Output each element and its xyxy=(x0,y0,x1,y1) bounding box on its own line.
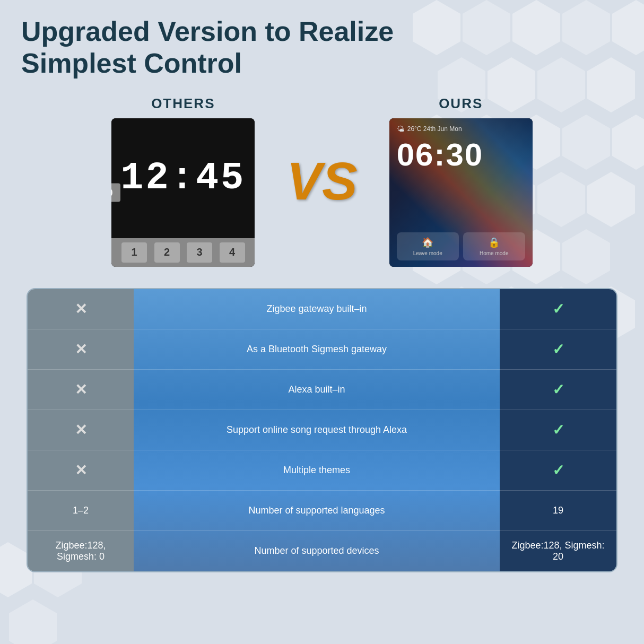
feature-cell-1: As a Bluetooth Sigmesh gateway xyxy=(134,329,500,370)
others-cell-1: ✕ xyxy=(28,329,134,370)
ours-cell-0: ✓ xyxy=(500,289,616,329)
leave-mode-label: Leave mode xyxy=(413,250,442,256)
page-content: Upgraded Version to Realize Simplest Con… xyxy=(0,0,644,644)
feature-cell-0: Zigbee gateway built–in xyxy=(134,289,500,329)
others-cell-2: ✕ xyxy=(28,370,134,410)
ours-cell-4: ✓ xyxy=(500,450,616,491)
check-icon: ✓ xyxy=(552,341,564,358)
weather-icon: 🌤 xyxy=(397,125,404,133)
ours-device: 🌤 26°C 24th Jun Mon 06:30 🏠 Leave mode 🔒… xyxy=(389,118,533,267)
col-ours-values: ✓✓✓✓✓19Zigbee:128, Sigmesh: 20 xyxy=(500,289,616,571)
others-device: $60 12:45 1 2 3 4 xyxy=(111,118,255,267)
cross-icon: ✕ xyxy=(75,341,87,358)
cross-icon: ✕ xyxy=(75,381,87,398)
others-cell-5: 1–2 xyxy=(28,491,134,531)
button-3: 3 xyxy=(187,242,212,263)
others-column: OTHERS $60 12:45 1 2 3 4 xyxy=(111,95,255,267)
others-cell-3: ✕ xyxy=(28,410,134,450)
ours-value-6: Zigbee:128, Sigmesh: 20 xyxy=(508,540,608,562)
feature-cell-5: Number of supported languages xyxy=(134,491,500,531)
home-mode-label: Home mode xyxy=(480,250,508,256)
ours-cell-5: 19 xyxy=(500,491,616,531)
others-screen: 12:45 xyxy=(111,118,255,238)
button-4: 4 xyxy=(220,242,245,263)
check-icon: ✓ xyxy=(552,421,564,439)
others-value-6: Zigbee:128, Sigmesh: 0 xyxy=(36,540,125,562)
col-others-values: ✕✕✕✕✕1–2Zigbee:128, Sigmesh: 0 xyxy=(28,289,134,571)
ours-column: OURS 🌤 26°C 24th Jun Mon 06:30 🏠 Leave m… xyxy=(389,95,533,267)
comparison-top: OTHERS $60 12:45 1 2 3 4 VS OURS xyxy=(21,95,623,267)
weather-text: 26°C 24th Jun Mon xyxy=(407,125,462,133)
ours-label: OURS xyxy=(439,95,483,112)
ours-cell-2: ✓ xyxy=(500,370,616,410)
others-cell-4: ✕ xyxy=(28,450,134,491)
col-features: Zigbee gateway built–inAs a Bluetooth Si… xyxy=(134,289,500,571)
ours-modes: 🏠 Leave mode 🔒 Home mode xyxy=(397,232,525,260)
button-1: 1 xyxy=(121,242,147,263)
feature-cell-4: Multiple themes xyxy=(134,450,500,491)
comparison-table: ✕✕✕✕✕1–2Zigbee:128, Sigmesh: 0 Zigbee ga… xyxy=(27,288,617,572)
feature-cell-6: Number of supported devices xyxy=(134,531,500,571)
home-mode-icon: 🔒 xyxy=(488,237,500,248)
price-tag: $60 xyxy=(111,183,120,202)
others-value-5: 1–2 xyxy=(73,505,89,516)
others-cell-0: ✕ xyxy=(28,289,134,329)
vs-text: VS xyxy=(286,154,357,207)
others-clock: 12:45 xyxy=(120,156,246,200)
ours-clock: 06:30 xyxy=(397,136,525,173)
ours-screen: 🌤 26°C 24th Jun Mon 06:30 🏠 Leave mode 🔒… xyxy=(389,118,533,267)
cross-icon: ✕ xyxy=(75,300,87,318)
ours-value-5: 19 xyxy=(553,505,563,516)
check-icon: ✓ xyxy=(552,300,564,318)
ours-cell-3: ✓ xyxy=(500,410,616,450)
ours-cell-1: ✓ xyxy=(500,329,616,370)
button-2: 2 xyxy=(154,242,180,263)
home-mode-btn: 🔒 Home mode xyxy=(463,232,525,260)
leave-mode-icon: 🏠 xyxy=(422,237,433,248)
ours-weather: 🌤 26°C 24th Jun Mon xyxy=(397,125,525,133)
main-title: Upgraded Version to Realize Simplest Con… xyxy=(21,16,499,80)
cross-icon: ✕ xyxy=(75,421,87,439)
feature-cell-3: Support online song request through Alex… xyxy=(134,410,500,450)
check-icon: ✓ xyxy=(552,381,564,398)
leave-mode-btn: 🏠 Leave mode xyxy=(397,232,459,260)
feature-cell-2: Alexa built–in xyxy=(134,370,500,410)
cross-icon: ✕ xyxy=(75,462,87,479)
check-icon: ✓ xyxy=(552,462,564,479)
others-buttons: 1 2 3 4 xyxy=(111,238,255,267)
others-cell-6: Zigbee:128, Sigmesh: 0 xyxy=(28,531,134,571)
others-label: OTHERS xyxy=(151,95,215,112)
ours-cell-6: Zigbee:128, Sigmesh: 20 xyxy=(500,531,616,571)
